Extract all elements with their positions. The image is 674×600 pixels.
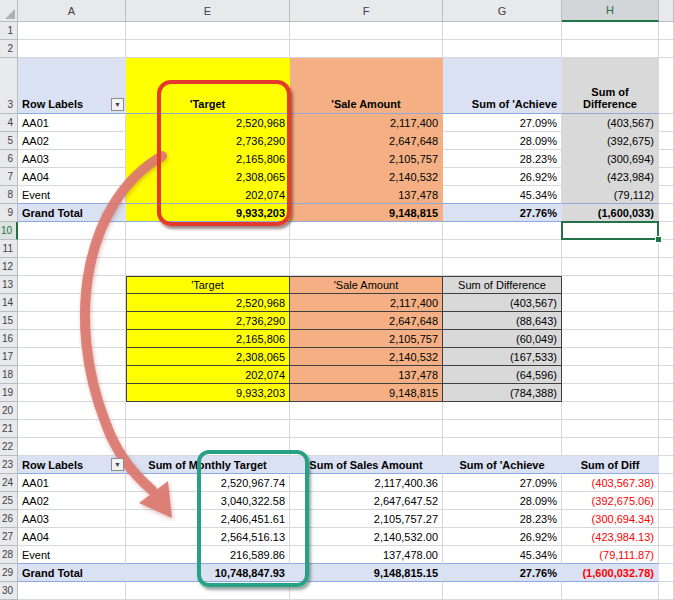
cell-E14[interactable]: 2,520,968 [126, 294, 290, 312]
row-header-29[interactable]: 29 [0, 564, 18, 582]
cell-F14[interactable]: 2,117,400 [290, 294, 443, 312]
cell-E4[interactable]: 2,520,968 [126, 114, 290, 132]
cell-F9[interactable]: 9,148,815 [290, 204, 443, 222]
cell-I6[interactable] [659, 150, 674, 168]
cell-E13[interactable]: 'Target [126, 276, 290, 294]
cell-I12[interactable] [659, 258, 674, 276]
cell-E3[interactable]: 'Target [126, 58, 290, 114]
cell-A20[interactable] [18, 402, 126, 420]
row-header-8[interactable]: 8 [0, 186, 18, 204]
cell-F5[interactable]: 2,647,648 [290, 132, 443, 150]
cell-H5[interactable]: (392,675) [562, 132, 659, 150]
cell-E20[interactable] [126, 402, 290, 420]
cell-I21[interactable] [659, 420, 674, 438]
cell-F30[interactable] [290, 582, 443, 600]
cell-H19[interactable] [562, 384, 659, 402]
cell-G5[interactable]: 28.09% [443, 132, 562, 150]
cell-A21[interactable] [18, 420, 126, 438]
cell-G16[interactable]: (60,049) [443, 330, 562, 348]
column-header-A[interactable]: A [18, 0, 126, 22]
cell-F28[interactable]: 137,478.00 [290, 546, 443, 564]
cell-G24[interactable]: 27.09% [443, 474, 562, 492]
cell-E26[interactable]: 2,406,451.61 [126, 510, 290, 528]
cell-G23[interactable]: Sum of 'Achieve [443, 456, 562, 474]
column-header-G[interactable]: G [443, 0, 562, 22]
cell-E19[interactable]: 9,933,203 [126, 384, 290, 402]
cell-E21[interactable] [126, 420, 290, 438]
row-header-5[interactable]: 5 [0, 132, 18, 150]
fill-handle[interactable] [655, 236, 662, 243]
row-header-24[interactable]: 24 [0, 474, 18, 492]
cell-F25[interactable]: 2,647,647.52 [290, 492, 443, 510]
cell-A27[interactable]: AA04 [18, 528, 126, 546]
cell-F17[interactable]: 2,140,532 [290, 348, 443, 366]
cell-F20[interactable] [290, 402, 443, 420]
row-header-9[interactable]: 9 [0, 204, 18, 222]
cell-G25[interactable]: 28.09% [443, 492, 562, 510]
cell-F16[interactable]: 2,105,757 [290, 330, 443, 348]
cell-A17[interactable] [18, 348, 126, 366]
cell-H12[interactable] [562, 258, 659, 276]
cell-F23[interactable]: Sum of Sales Amount [290, 456, 443, 474]
cell-H6[interactable]: (300,694) [562, 150, 659, 168]
cell-I1[interactable] [659, 22, 674, 40]
select-all-button[interactable] [0, 0, 18, 22]
cell-A9[interactable]: Grand Total [18, 204, 126, 222]
cell-F19[interactable]: 9,148,815 [290, 384, 443, 402]
cell-A1[interactable] [18, 22, 126, 40]
cell-I17[interactable] [659, 348, 674, 366]
cell-E1[interactable] [126, 22, 290, 40]
cell-E28[interactable]: 216,589.86 [126, 546, 290, 564]
cell-H23[interactable]: Sum of Diff [562, 456, 659, 474]
cell-F27[interactable]: 2,140,532.00 [290, 528, 443, 546]
cell-E27[interactable]: 2,564,516.13 [126, 528, 290, 546]
row-header-12[interactable]: 12 [0, 258, 18, 276]
cell-H21[interactable] [562, 420, 659, 438]
cell-G19[interactable]: (784,388) [443, 384, 562, 402]
cell-A22[interactable] [18, 438, 126, 456]
cell-G27[interactable]: 26.92% [443, 528, 562, 546]
cell-E29[interactable]: 10,748,847.93 [126, 564, 290, 582]
cell-F4[interactable]: 2,117,400 [290, 114, 443, 132]
cell-F8[interactable]: 137,478 [290, 186, 443, 204]
cell-G6[interactable]: 28.23% [443, 150, 562, 168]
column-header-H[interactable]: H [562, 0, 659, 22]
row-header-21[interactable]: 21 [0, 420, 18, 438]
cell-H7[interactable]: (423,984) [562, 168, 659, 186]
cell-A6[interactable]: AA03 [18, 150, 126, 168]
row-header-6[interactable]: 6 [0, 150, 18, 168]
cell-E22[interactable] [126, 438, 290, 456]
row-header-28[interactable]: 28 [0, 546, 18, 564]
cell-F29[interactable]: 9,148,815.15 [290, 564, 443, 582]
cell-A5[interactable]: AA02 [18, 132, 126, 150]
cell-I23[interactable] [659, 456, 674, 474]
cell-I19[interactable] [659, 384, 674, 402]
cell-I26[interactable] [659, 510, 674, 528]
cell-A23[interactable]: Row Labels [18, 456, 126, 474]
row-header-1[interactable]: 1 [0, 22, 18, 40]
cell-G11[interactable] [443, 240, 562, 258]
cell-I4[interactable] [659, 114, 674, 132]
cell-G26[interactable]: 28.23% [443, 510, 562, 528]
cell-A12[interactable] [18, 258, 126, 276]
cell-F24[interactable]: 2,117,400.36 [290, 474, 443, 492]
column-header-I[interactable] [659, 0, 674, 22]
cell-F2[interactable] [290, 40, 443, 58]
cell-F21[interactable] [290, 420, 443, 438]
cell-A11[interactable] [18, 240, 126, 258]
cell-E8[interactable]: 202,074 [126, 186, 290, 204]
cell-G17[interactable]: (167,533) [443, 348, 562, 366]
cell-H15[interactable] [562, 312, 659, 330]
cell-I9[interactable] [659, 204, 674, 222]
cell-A24[interactable]: AA01 [18, 474, 126, 492]
cell-E25[interactable]: 3,040,322.58 [126, 492, 290, 510]
cell-I8[interactable] [659, 186, 674, 204]
cell-I2[interactable] [659, 40, 674, 58]
cell-G20[interactable] [443, 402, 562, 420]
cell-H18[interactable] [562, 366, 659, 384]
cell-A2[interactable] [18, 40, 126, 58]
cell-I5[interactable] [659, 132, 674, 150]
column-header-F[interactable]: F [290, 0, 443, 22]
cell-H1[interactable] [562, 22, 659, 40]
cell-H27[interactable]: (423,984.13) [562, 528, 659, 546]
